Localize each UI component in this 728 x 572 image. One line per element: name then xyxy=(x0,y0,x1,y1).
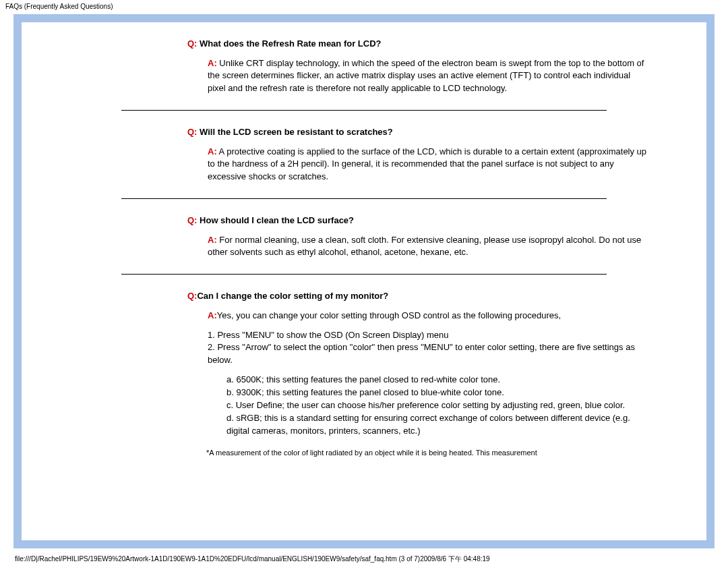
a-label: A: xyxy=(208,146,217,156)
separator xyxy=(121,198,607,199)
faq-answer: A:Yes, you can change your color setting… xyxy=(208,310,647,322)
faq-answer: A: Unlike CRT display technology, in whi… xyxy=(208,57,647,96)
separator xyxy=(121,274,607,275)
faq-item: Q: How should I clean the LCD surface? A… xyxy=(46,214,682,259)
page-header: FAQs (Frequently Asked Questions) xyxy=(0,0,728,10)
a-text: Yes, you can change your color setting t… xyxy=(217,310,561,320)
a-text: A protective coating is applied to the s… xyxy=(208,146,646,182)
faq-answer: A: A protective coating is applied to th… xyxy=(208,146,647,184)
q-label: Q: xyxy=(187,38,197,49)
a-label: A: xyxy=(208,310,217,320)
faq-question: Q:Can I change the color setting of my m… xyxy=(187,289,682,303)
faq-answer: A: For normal cleaning, use a clean, sof… xyxy=(208,234,647,260)
q-label: Q: xyxy=(187,291,197,301)
faq-sublist: a. 6500K; this setting features the pane… xyxy=(226,374,647,437)
faq-item: Q: Will the LCD screen be resistant to s… xyxy=(46,125,682,183)
separator xyxy=(121,110,607,111)
footer-text: file:///D|/Rachel/PHILIPS/19EW9%20Artwor… xyxy=(15,555,490,563)
document-frame: Q: What does the Refresh Rate mean for L… xyxy=(13,14,715,548)
a-label: A: xyxy=(208,235,217,245)
q-text: Can I change the color setting of my mon… xyxy=(197,291,388,301)
q-label: Q: xyxy=(187,127,197,137)
faq-item: Q: What does the Refresh Rate mean for L… xyxy=(46,37,682,95)
content-area: Q: What does the Refresh Rate mean for L… xyxy=(22,22,706,459)
header-title: FAQs (Frequently Asked Questions) xyxy=(5,3,113,10)
a-text: Unlike CRT display technology, in which … xyxy=(208,58,644,94)
q-text: What does the Refresh Rate mean for LCD? xyxy=(197,38,381,49)
faq-item: Q:Can I change the color setting of my m… xyxy=(46,289,682,458)
q-label: Q: xyxy=(187,215,197,225)
q-text: Will the LCD screen be resistant to scra… xyxy=(197,127,392,137)
faq-question: Q: Will the LCD screen be resistant to s… xyxy=(187,125,682,139)
faq-steps: 1. Press "MENU" to show the OSD (On Scre… xyxy=(208,329,647,368)
faq-question: Q: What does the Refresh Rate mean for L… xyxy=(187,37,682,51)
q-text: How should I clean the LCD surface? xyxy=(197,215,354,225)
a-text: For normal cleaning, use a clean, soft c… xyxy=(208,235,641,258)
a-label: A: xyxy=(208,58,217,68)
faq-question: Q: How should I clean the LCD surface? xyxy=(187,214,682,227)
footer-path: file:///D|/Rachel/PHILIPS/19EW9%20Artwor… xyxy=(0,552,728,564)
faq-footnote: *A measurement of the color of light rad… xyxy=(206,448,647,458)
